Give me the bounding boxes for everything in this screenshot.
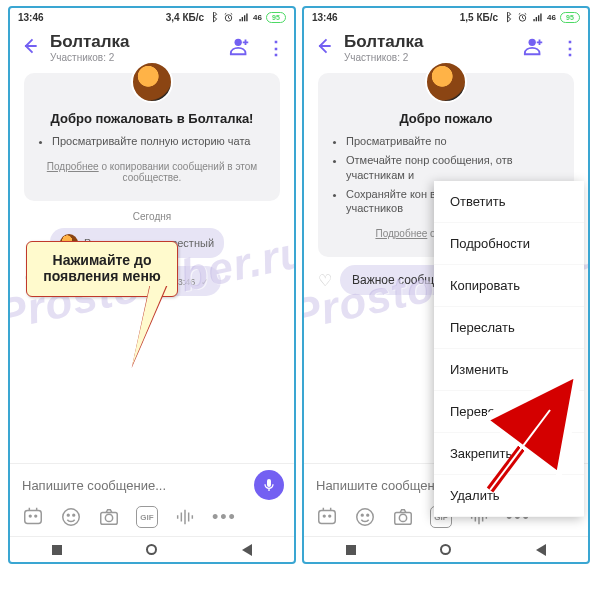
home-button[interactable] [440,544,451,555]
alarm-icon [517,12,528,23]
status-time: 13:46 [312,12,338,23]
battery-icon: 95 [266,12,286,23]
recent-apps-button[interactable] [346,545,356,555]
battery-icon: 95 [560,12,580,23]
menu-edit[interactable]: Изменить [434,349,584,391]
svg-point-10 [105,514,112,521]
welcome-more[interactable]: Подробнее о копировании сообщений в этом… [38,161,266,183]
svg-point-7 [67,514,69,516]
svg-point-5 [35,515,37,517]
welcome-bullet: Отмечайте понр сообщения, отв участникам… [346,153,560,183]
recent-apps-button[interactable] [52,545,62,555]
community-avatar [425,61,467,103]
welcome-title: Добро пожало [332,111,560,126]
day-divider: Сегодня [24,211,280,222]
menu-pin[interactable]: Закрепить [434,433,584,475]
svg-point-21 [399,514,406,521]
status-bar: 13:46 1,5 КБ/с 46 95 [304,8,588,26]
welcome-card: Добро пожаловать в Болталка! Просматрива… [24,73,280,201]
welcome-bullet: Просматривайте полную историю чата [52,134,266,149]
status-time: 13:46 [18,12,44,23]
status-net: 1,5 КБ/с [460,12,498,23]
instruction-callout: Нажимайте до появления меню [26,241,178,297]
signal-icon [532,12,543,23]
svg-point-17 [357,509,374,526]
emoji-icon[interactable] [60,506,82,528]
chat-subtitle: Участников: 2 [344,52,513,63]
phone-right: 13:46 1,5 КБ/с 46 95 Болталка Участников… [302,6,590,564]
chat-subtitle: Участников: 2 [50,52,219,63]
home-button[interactable] [146,544,157,555]
mic-button[interactable] [254,470,284,500]
android-navbar [304,536,588,562]
add-user-icon[interactable] [229,35,251,61]
menu-copy[interactable]: Копировать [434,265,584,307]
more-icon[interactable]: ⋮ [267,37,284,59]
svg-rect-3 [25,511,42,524]
gif-icon[interactable]: GIF [136,506,158,528]
community-avatar [131,61,173,103]
sticker-icon[interactable] [316,506,338,528]
status-net: 3,4 КБ/с [166,12,204,23]
svg-point-16 [329,515,331,517]
camera-icon[interactable] [392,506,414,528]
add-user-icon[interactable] [523,35,545,61]
message-input[interactable] [20,477,246,494]
welcome-title: Добро пожаловать в Болталка! [38,111,266,126]
emoji-icon[interactable] [354,506,376,528]
signal-label: 46 [253,13,262,22]
more-icon[interactable]: ⋮ [561,37,578,59]
svg-rect-14 [319,511,336,524]
back-icon[interactable] [20,36,40,60]
svg-rect-2 [267,479,271,487]
svg-point-15 [323,515,325,517]
menu-translate[interactable]: Перевести [434,391,584,433]
composer: GIF ••• [10,463,294,534]
bluetooth-icon [208,12,219,23]
android-navbar [10,536,294,562]
back-button[interactable] [536,544,546,556]
menu-delete[interactable]: Удалить [434,475,584,517]
bluetooth-icon [502,12,513,23]
svg-point-19 [367,514,369,516]
svg-point-18 [361,514,363,516]
menu-details[interactable]: Подробности [434,223,584,265]
chat-title[interactable]: Болталка [344,32,513,52]
svg-point-8 [73,514,75,516]
signal-label: 46 [547,13,556,22]
status-bar: 13:46 3,4 КБ/с 46 95 [10,8,294,26]
back-icon[interactable] [314,36,334,60]
alarm-icon [223,12,234,23]
svg-point-4 [29,515,31,517]
menu-reply[interactable]: Ответить [434,181,584,223]
phone-left: 13:46 3,4 КБ/с 46 95 Болталка Участников… [8,6,296,564]
sticker-icon[interactable] [22,506,44,528]
more-tools-icon[interactable]: ••• [212,507,237,528]
back-button[interactable] [242,544,252,556]
svg-point-1 [235,38,242,45]
voice-message-icon[interactable] [174,506,196,528]
menu-forward[interactable]: Переслать [434,307,584,349]
signal-icon [238,12,249,23]
svg-point-12 [529,38,536,45]
context-menu: Ответить Подробности Копировать Переслат… [434,181,584,517]
svg-point-6 [63,509,80,526]
chat-title[interactable]: Болталка [50,32,219,52]
welcome-bullet: Просматривайте по [346,134,560,149]
camera-icon[interactable] [98,506,120,528]
